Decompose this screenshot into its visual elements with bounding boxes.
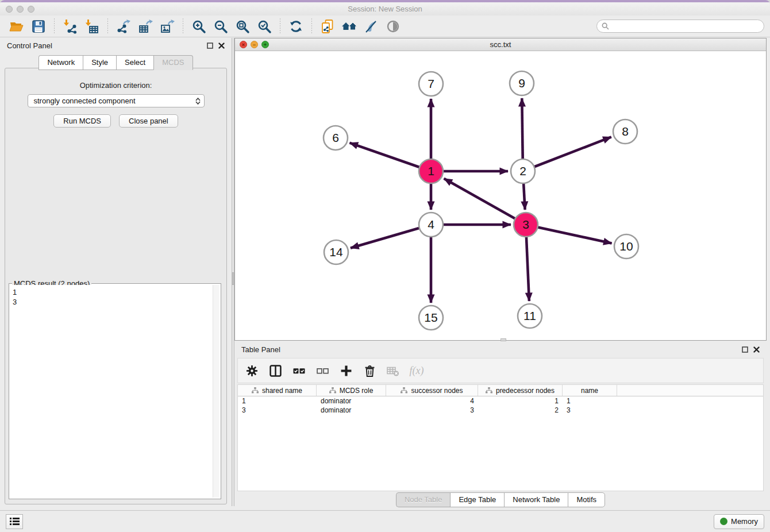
table-cell[interactable]: 1 — [478, 396, 563, 406]
column-header-label: predecessor nodes — [496, 387, 555, 395]
graph-node-1[interactable]: 1 — [419, 159, 443, 183]
float-panel-icon[interactable] — [742, 346, 748, 353]
table-cell[interactable]: 3 — [563, 406, 617, 415]
column-header-name[interactable]: name — [563, 385, 617, 396]
node-table: shared nameMCDS rolesuccessor nodesprede… — [237, 384, 764, 491]
network-canvas[interactable]: 7968124314101511 — [235, 51, 766, 340]
network-close-button[interactable]: × — [240, 41, 247, 48]
save-session-icon[interactable] — [29, 17, 48, 36]
table-row[interactable]: 3dominator323 — [238, 406, 763, 415]
mcds-result-text[interactable]: 13 — [10, 285, 213, 498]
table-cell[interactable]: 4 — [386, 396, 478, 406]
graph-node-3[interactable]: 3 — [514, 213, 538, 237]
search-box[interactable] — [596, 20, 764, 33]
duplicate-network-icon[interactable] — [318, 17, 337, 36]
control-panel-title: Control Panel — [7, 41, 52, 50]
settings-gear-icon[interactable] — [245, 364, 259, 377]
graph-node-9[interactable]: 9 — [510, 71, 534, 95]
graph-node-11[interactable]: 11 — [518, 304, 542, 328]
table-cell[interactable]: 3 — [386, 406, 478, 415]
open-session-icon[interactable] — [7, 17, 26, 36]
table-cell[interactable]: 1 — [238, 396, 317, 406]
control-panel: Control Panel NetworkStyleSelectMCDS Opt… — [0, 38, 232, 506]
tab-node-table[interactable]: Node Table — [396, 492, 451, 507]
network-resize-handle[interactable] — [500, 338, 506, 341]
delete-column-icon[interactable] — [363, 364, 376, 377]
close-panel-button[interactable]: Close panel — [119, 114, 178, 128]
zoom-selected-icon[interactable] — [255, 17, 274, 36]
column-header-predecessor-nodes[interactable]: predecessor nodes — [478, 385, 563, 396]
table-cell[interactable]: dominator — [317, 396, 386, 406]
export-network-icon[interactable] — [114, 17, 133, 36]
zoom-fit-icon[interactable] — [233, 17, 252, 36]
network-minimize-button[interactable]: − — [251, 41, 258, 48]
edge-3-1[interactable] — [444, 179, 526, 225]
edge-1-6[interactable] — [350, 143, 432, 171]
tab-mcds[interactable]: MCDS — [153, 55, 192, 70]
table-cell[interactable]: 3 — [238, 406, 317, 415]
apply-style-icon[interactable] — [362, 17, 380, 36]
home-layout-icon[interactable] — [340, 17, 359, 36]
select-all-columns-icon[interactable] — [292, 364, 306, 377]
tab-style[interactable]: Style — [83, 55, 116, 70]
delete-table-icon — [386, 364, 400, 377]
column-header-label: MCDS role — [340, 387, 374, 395]
table-cell[interactable]: 1 — [563, 396, 617, 406]
network-view-window: scc.txt × − + 7968124314101511 — [234, 38, 767, 341]
toggle-columns-icon[interactable] — [268, 364, 282, 377]
tab-edge-table[interactable]: Edge Table — [450, 492, 504, 507]
table-row[interactable]: 1dominator411 — [238, 396, 763, 406]
import-table-icon[interactable] — [83, 17, 101, 36]
edge-2-8[interactable] — [523, 137, 611, 171]
table-cell[interactable]: 2 — [478, 406, 563, 415]
task-history-button[interactable] — [6, 514, 23, 529]
show-hide-icon[interactable] — [384, 17, 402, 36]
network-graph[interactable]: 7968124314101511 — [235, 51, 766, 340]
add-column-icon[interactable] — [339, 364, 353, 377]
tab-select[interactable]: Select — [116, 55, 153, 70]
column-header-successor-nodes[interactable]: successor nodes — [386, 385, 478, 396]
run-mcds-button[interactable]: Run MCDS — [53, 114, 111, 128]
graph-node-15[interactable]: 15 — [419, 306, 443, 330]
zoom-out-icon[interactable] — [211, 17, 230, 36]
float-panel-icon[interactable] — [207, 43, 213, 49]
optimization-criterion-select[interactable]: strongly connected component — [28, 94, 205, 107]
close-panel-icon[interactable] — [753, 346, 760, 353]
tab-network-table[interactable]: Network Table — [504, 492, 568, 507]
column-header-shared-name[interactable]: shared name — [238, 385, 317, 396]
export-image-icon[interactable] — [158, 17, 176, 36]
toolbar-separator — [280, 18, 280, 34]
memory-button[interactable]: Memory — [714, 514, 764, 529]
refresh-layout-icon[interactable] — [287, 17, 305, 36]
toolbar-separator — [183, 18, 183, 34]
tab-motifs[interactable]: Motifs — [568, 492, 605, 507]
import-network-icon[interactable] — [61, 17, 79, 36]
network-maximize-button[interactable]: + — [261, 41, 269, 48]
table-tabs: Node TableEdge TableNetwork TableMotifs — [234, 492, 767, 507]
graph-node-4[interactable]: 4 — [419, 213, 443, 237]
search-input[interactable] — [612, 22, 759, 30]
table-panel-title: Table Panel — [241, 345, 280, 354]
control-panel-header: Control Panel — [0, 38, 232, 53]
graph-node-2[interactable]: 2 — [511, 159, 535, 183]
memory-status-icon — [720, 518, 727, 525]
splitter-grip[interactable] — [232, 272, 234, 285]
table-cell[interactable]: dominator — [317, 406, 386, 415]
graph-node-14[interactable]: 14 — [324, 240, 348, 264]
graph-node-8[interactable]: 8 — [613, 119, 637, 144]
export-table-icon[interactable] — [136, 17, 155, 36]
window-title: Session: New Session — [0, 5, 770, 13]
table-toolbar: f(x) — [237, 358, 764, 383]
deselect-all-columns-icon[interactable] — [315, 364, 329, 377]
mcds-result-line: 1 — [13, 287, 210, 297]
tab-network[interactable]: Network — [38, 55, 83, 70]
column-header-MCDS-role[interactable]: MCDS role — [317, 385, 386, 396]
close-panel-icon[interactable] — [218, 43, 225, 49]
edge-3-10[interactable] — [526, 225, 612, 244]
zoom-in-icon[interactable] — [190, 17, 208, 36]
network-window-titlebar[interactable]: scc.txt × − + — [235, 38, 766, 51]
graph-node-7[interactable]: 7 — [419, 72, 443, 96]
graph-node-6[interactable]: 6 — [324, 126, 348, 150]
mcds-result-scrollbar[interactable] — [213, 285, 220, 498]
graph-node-10[interactable]: 10 — [614, 234, 638, 259]
